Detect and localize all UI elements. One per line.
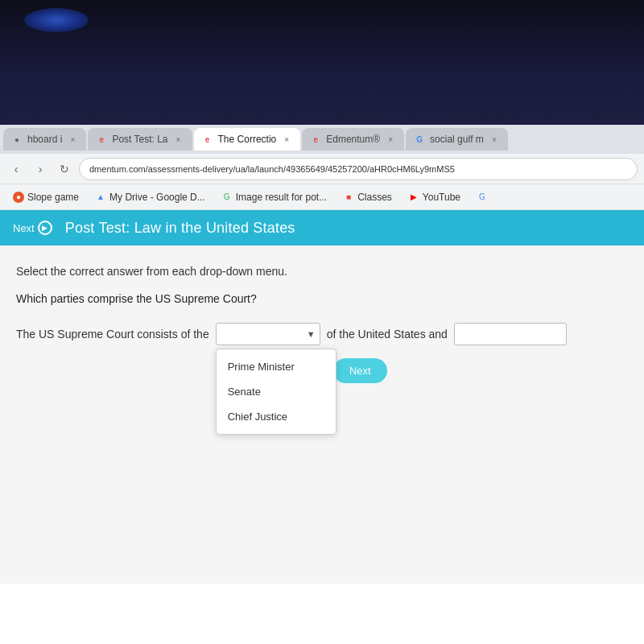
refresh-button[interactable]: ↻ xyxy=(55,159,74,179)
option-senate[interactable]: Senate xyxy=(217,379,336,404)
content-area: Select the correct answer from each drop… xyxy=(0,246,644,584)
google-icon: G xyxy=(221,192,233,203)
tab-google-close[interactable]: × xyxy=(489,134,500,145)
header-next-button[interactable]: Next ▶ xyxy=(13,221,52,235)
address-input[interactable]: dmentum.com/assessments-delivery/ua/la/l… xyxy=(79,158,638,180)
address-bar-row: ‹ › ↻ dmentum.com/assessments-delivery/u… xyxy=(0,154,644,184)
bookmark-youtube[interactable]: ▶ YouTube xyxy=(402,189,467,205)
dropdown-popup: Prime Minister Senate Chief Justice xyxy=(216,349,336,435)
second-blank-input[interactable] xyxy=(454,323,567,345)
page-title: Post Test: Law in the United States xyxy=(65,220,295,237)
fill-in-sentence: The US Supreme Court consists of the Pri… xyxy=(16,323,628,345)
option-prime-minister[interactable]: Prime Minister xyxy=(217,354,336,379)
google-bookmark-icon: G xyxy=(477,192,488,203)
bookmark-image[interactable]: G Image result for pot... xyxy=(215,189,333,205)
back-button[interactable]: ‹ xyxy=(6,159,26,179)
classes-icon: ■ xyxy=(343,192,354,203)
edmentum-header: Next ▶ Post Test: Law in the United Stat… xyxy=(0,210,644,246)
bookmark-google[interactable]: G xyxy=(470,189,494,205)
slope-icon: ● xyxy=(13,192,24,203)
tab-posttest-favicon: e xyxy=(96,134,107,145)
tab-edmentum-close[interactable]: × xyxy=(385,134,396,145)
instructions-text: Select the correct answer from each drop… xyxy=(16,265,628,278)
next-circle-icon: ▶ xyxy=(38,221,52,235)
desktop-background xyxy=(0,0,644,125)
tab-posttest-close[interactable]: × xyxy=(173,134,184,145)
bookmark-classes[interactable]: ■ Classes xyxy=(336,189,398,205)
tab-google-favicon: G xyxy=(414,134,425,145)
dropdown-container: Prime Minister Senate Chief Justice ▼ Pr… xyxy=(216,323,320,345)
drive-icon: ▲ xyxy=(95,192,106,203)
sentence-prefix: The US Supreme Court consists of the xyxy=(16,328,209,341)
tab-correction-close[interactable]: × xyxy=(281,134,292,145)
tab-bar: ● hboard i × e Post Test: La × e The Cor… xyxy=(0,125,644,154)
tab-correction[interactable]: e The Correctio × xyxy=(194,128,301,151)
tab-google[interactable]: G social gulf m × xyxy=(406,128,508,151)
tab-edmentum[interactable]: e Edmentum® × xyxy=(302,128,404,151)
tab-dashboard-favicon: ● xyxy=(11,134,23,145)
bookmark-slope[interactable]: ● Slope game xyxy=(6,189,85,205)
question-text: Which parties comprise the US Supreme Co… xyxy=(16,292,628,305)
browser-window: ● hboard i × e Post Test: La × e The Cor… xyxy=(0,125,644,644)
tab-dashboard[interactable]: ● hboard i × xyxy=(3,128,86,151)
youtube-icon: ▶ xyxy=(408,192,419,203)
sentence-container: The US Supreme Court consists of the Pri… xyxy=(16,323,628,383)
bookmark-drive[interactable]: ▲ My Drive - Google D... xyxy=(89,189,212,205)
sentence-middle: of the United States and xyxy=(327,328,448,341)
tab-dashboard-close[interactable]: × xyxy=(67,134,78,145)
bookmarks-bar: ● Slope game ▲ My Drive - Google D... G … xyxy=(0,184,644,210)
next-button[interactable]: Next xyxy=(333,358,387,383)
first-dropdown[interactable]: Prime Minister Senate Chief Justice xyxy=(216,323,320,345)
tab-correction-favicon: e xyxy=(202,134,213,145)
forward-button[interactable]: › xyxy=(31,159,50,179)
option-chief-justice[interactable]: Chief Justice xyxy=(217,404,336,429)
tab-edmentum-favicon: e xyxy=(310,134,321,145)
tab-posttest[interactable]: e Post Test: La × xyxy=(88,128,192,151)
